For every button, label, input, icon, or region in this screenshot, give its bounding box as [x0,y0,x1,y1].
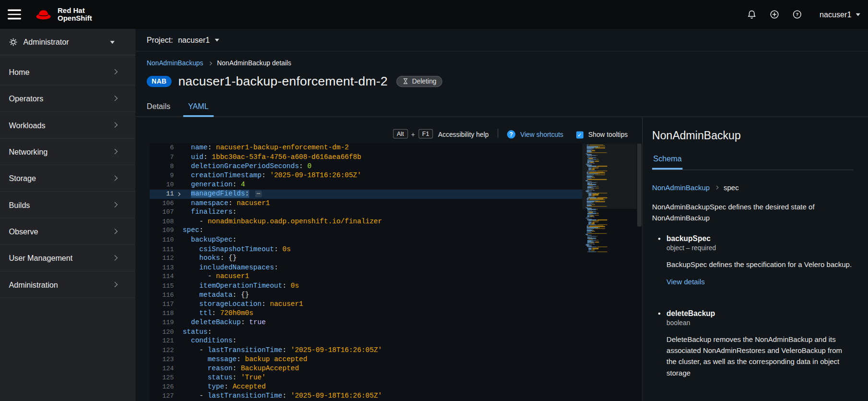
editor-line[interactable]: 115 itemOperationTimeout: 0s [149,281,582,291]
view-shortcuts-link[interactable]: View shortcuts [520,131,563,138]
perspective-switcher[interactable]: Administrator [0,29,136,55]
code-token: : [299,162,303,170]
editor-line[interactable]: 112 hooks: {} [149,254,582,263]
code-token: metadata [199,291,232,299]
editor-line[interactable]: 120status: [149,328,582,337]
show-tooltips-label[interactable]: Show tooltips [588,131,628,138]
fold-chevron-icon[interactable] [176,192,180,196]
editor-lines: 6 name: nacuser1-backup-enforcement-dm-2… [149,144,582,401]
editor-line[interactable]: 109spec: [149,226,582,235]
code-token [212,144,216,152]
code-token: : [274,264,278,271]
user-menu[interactable]: nacuser1 [820,10,860,19]
tab-schema[interactable]: Schema [652,154,683,170]
editor-line[interactable]: 125 status: 'True' [149,373,582,382]
resource-badge: NAB [147,75,172,86]
editor-toolbar: Alt + F1 Accessibility help ? View short… [149,117,642,143]
sidebar-item[interactable]: Operators [0,85,136,112]
editor-line[interactable]: 108 - nonadminbackup.oadp.openshift.io/f… [149,217,582,226]
editor-line[interactable]: 114 - nacuser1 [149,272,582,281]
code-token: nonadminbackup.oadp.openshift.io/finaliz… [208,218,382,225]
editor-line[interactable]: 127 - lastTransitionTime: '2025-09-18T16… [149,392,582,401]
chevron-right-icon [112,122,118,127]
editor-line[interactable]: 126 type: Accepted [149,383,582,392]
code-token: {} [228,255,237,262]
line-number: 123 [149,355,174,364]
create-button[interactable] [770,10,780,20]
breadcrumb: NonAdminBackups NonAdminBackup details [147,59,857,67]
line-number: 9 [149,171,174,180]
tab-yaml[interactable]: YAML [179,97,218,116]
help-button[interactable]: ? [792,10,802,20]
property-description: BackupSpec defines the specification for… [666,259,854,270]
editor-line[interactable]: 10 generation: 4 [149,180,582,189]
code-token: true [249,319,266,327]
check-icon: ✓ [577,132,582,138]
editor-line[interactable]: 123 message: backup accepted [149,355,582,364]
code-token: conditions [191,337,233,345]
code-token: lastTransitionTime [208,392,283,400]
editor-line[interactable]: 121 conditions: [149,337,582,346]
editor-line[interactable]: 11 managedFields: ⋯ [149,190,582,199]
code-token: - [208,273,216,280]
code-token [183,264,200,271]
sidebar-item[interactable]: Storage [0,165,136,192]
code-text: - nacuser1 [183,272,249,281]
code-token: : [224,383,228,391]
sidebar-item[interactable]: User Management [0,245,136,271]
sidebar-item[interactable]: Observe [0,219,136,245]
code-text: hooks: {} [183,254,237,263]
code-token: ⋯ [255,191,262,197]
editor-line[interactable]: 117 storageLocation: nacuser1 [149,300,582,309]
sidebar-item[interactable]: Networking [0,138,136,165]
editor-line[interactable]: 113 includedNamespaces: [149,263,582,272]
editor-minimap[interactable] [583,144,637,401]
editor-line[interactable]: 8 deletionGracePeriodSeconds: 0 [149,162,582,171]
editor-line[interactable]: 116 metadata: {} [149,291,582,300]
editor-line[interactable]: 111 csiSnapshotTimeout: 0s [149,244,582,254]
status-badge-label: Deleting [412,77,437,85]
tab-details[interactable]: Details [138,97,179,116]
title-row: NAB nacuser1-backup-enforcement-dm-2 Del… [147,73,857,88]
gear-icon [9,37,17,46]
schema-panel: NonAdminBackup Schema NonAdminBackup spe… [642,117,868,401]
editor-line[interactable]: 106 namespace: nacuser1 [149,199,582,208]
sidebar-item[interactable]: Builds [0,192,136,218]
editor-line[interactable]: 9 creationTimestamp: '2025-09-18T16:26:0… [149,171,582,180]
breadcrumb-link[interactable]: NonAdminBackups [147,59,203,67]
sidebar-item[interactable]: Home [0,59,136,85]
project-selector[interactable]: Project: nacuser1 [136,29,868,51]
code-token [286,346,291,354]
scrollbar-thumb[interactable] [637,144,642,227]
sidebar-item[interactable]: Workloads [0,112,136,138]
code-token [183,355,208,363]
editor-line[interactable]: 122 - lastTransitionTime: '2025-09-18T16… [149,346,582,355]
code-token [183,171,191,179]
notifications-button[interactable] [747,10,757,20]
status-badge: Deleting [396,75,442,86]
editor-line[interactable]: 6 name: nacuser1-backup-enforcement-dm-2 [149,144,582,153]
editor-line[interactable]: 107 finalizers: [149,208,582,217]
show-tooltips-checkbox[interactable]: ✓ [576,131,583,138]
editor-scrollbar[interactable] [637,144,642,401]
yaml-editor[interactable]: 6 name: nacuser1-backup-enforcement-dm-2… [149,144,642,401]
code-text: deleteBackup: true [183,318,266,328]
code-token: : [282,346,286,354]
code-token: : [233,208,237,216]
editor-line[interactable]: 118 ttl: 720h0m0s [149,309,582,318]
page-header: NonAdminBackups NonAdminBackup details N… [136,51,868,88]
code-text: storageLocation: nacuser1 [183,300,303,309]
view-details-link[interactable]: View details [666,278,705,286]
sidebar-item[interactable]: Administration [0,271,136,298]
editor-line[interactable]: 110 backupSpec: [149,235,582,244]
editor-line[interactable]: 7 uid: 1bbc30ac-53fa-4756-a608-d616aea66… [149,153,582,162]
nav-toggle-button[interactable] [8,9,21,20]
code-token: 0s [282,245,290,253]
code-text: backupSpec: [183,235,237,244]
property-description: DeleteBackup removes the NonAdminBackup … [666,334,854,379]
minimap-content [586,145,636,252]
editor-line[interactable]: 119 deleteBackup: true [149,318,582,328]
schema-breadcrumb-link[interactable]: NonAdminBackup [652,183,710,192]
editor-line[interactable]: 124 reason: BackupAccepted [149,364,582,373]
code-token [208,153,212,161]
